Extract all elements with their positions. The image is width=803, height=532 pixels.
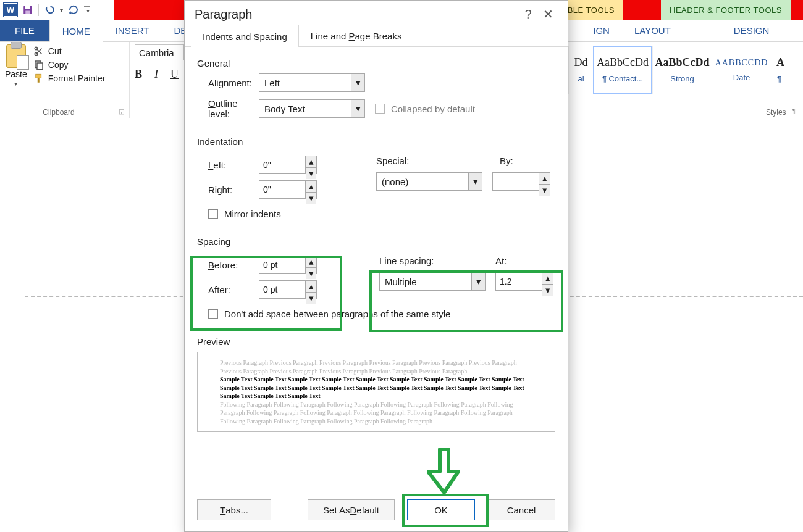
svg-rect-6 xyxy=(37,63,43,70)
style-preview: A xyxy=(776,56,784,69)
copy-button[interactable]: Copy xyxy=(33,58,106,72)
ok-button[interactable]: OK xyxy=(407,499,475,520)
svg-rect-2 xyxy=(25,11,30,14)
spin-down-icon[interactable]: ▾ xyxy=(539,185,550,196)
by-spinner[interactable]: ▴▾ xyxy=(492,172,550,191)
preview-box: Previous Paragraph Previous Paragraph Pr… xyxy=(197,352,555,432)
preview-following-text: Following Paragraph Following Paragraph … xyxy=(220,401,532,426)
style-card-cut2[interactable]: A ¶ xyxy=(771,46,789,94)
style-card-strong[interactable]: AaBbCcDd Strong xyxy=(652,46,712,94)
tab-layout[interactable]: LAYOUT xyxy=(622,20,683,41)
special-combo[interactable]: (none) ▾ xyxy=(376,172,482,191)
paste-icon xyxy=(6,44,26,68)
qat-customize-icon[interactable]: ▾ xyxy=(84,6,90,14)
alignment-value: Left xyxy=(259,78,351,88)
outline-level-combo[interactable]: Body Text ▾ xyxy=(259,99,365,118)
tab-insert[interactable]: INSERT xyxy=(103,20,162,41)
at-value: 1.2 xyxy=(496,273,542,290)
checkbox-icon xyxy=(208,209,218,219)
spin-up-icon[interactable]: ▴ xyxy=(306,256,316,268)
mirror-indents-checkbox[interactable]: Mirror indents xyxy=(197,209,555,219)
font-name-combo[interactable]: Cambria xyxy=(135,44,184,60)
spin-up-icon[interactable]: ▴ xyxy=(539,173,550,185)
spin-up-icon[interactable]: ▴ xyxy=(542,273,553,285)
redo-icon[interactable] xyxy=(67,3,80,17)
indent-left-spinner[interactable]: 0" ▴▾ xyxy=(259,156,317,174)
style-pil-icon: ¶ xyxy=(777,74,784,83)
style-name: al xyxy=(578,74,584,83)
save-icon[interactable] xyxy=(21,3,35,17)
spacing-after-spinner[interactable]: 0 pt ▴▾ xyxy=(259,280,317,299)
chevron-down-icon[interactable]: ▾ xyxy=(351,74,364,91)
spacing-before-label: Before: xyxy=(197,260,259,270)
spin-down-icon[interactable]: ▾ xyxy=(306,168,316,179)
tab-sign-cut[interactable]: IGN xyxy=(589,20,622,41)
chevron-down-icon[interactable]: ▾ xyxy=(468,173,482,190)
format-painter-button[interactable]: Format Painter xyxy=(33,72,106,85)
chevron-down-icon[interactable]: ▾ xyxy=(351,100,364,117)
tab-line-page-breaks[interactable]: Line and Page Breaks xyxy=(299,24,414,46)
indent-right-spinner[interactable]: 0" ▴▾ xyxy=(259,180,317,199)
tab-header-footer-design[interactable]: DESIGN xyxy=(683,20,782,41)
by-label: By: xyxy=(500,156,555,166)
style-name: ¶ Contact... xyxy=(602,74,643,83)
italic-button[interactable]: I xyxy=(154,68,158,81)
spacing-before-spinner[interactable]: 0 pt ▴▾ xyxy=(259,256,317,274)
paragraph-dialog: Paragraph ? ✕ Indents and Spacing Line a… xyxy=(184,0,568,532)
special-label: Special: xyxy=(376,156,433,166)
svg-rect-7 xyxy=(36,74,41,78)
spin-down-icon[interactable]: ▾ xyxy=(306,193,316,204)
spacing-after-label: After: xyxy=(197,285,259,295)
paste-dropdown-icon[interactable]: ▾ xyxy=(14,80,17,87)
font-name-value: Cambria xyxy=(139,48,174,58)
chevron-down-icon[interactable]: ▾ xyxy=(471,273,485,290)
underline-button[interactable]: U xyxy=(170,68,179,81)
indent-left-value: 0" xyxy=(259,156,305,173)
spin-up-icon[interactable]: ▴ xyxy=(306,181,316,193)
line-spacing-combo[interactable]: Multiple ▾ xyxy=(379,272,486,291)
line-spacing-value: Multiple xyxy=(380,276,471,287)
bold-button[interactable]: B xyxy=(135,68,142,81)
indent-right-value: 0" xyxy=(259,181,305,198)
spin-down-icon[interactable]: ▾ xyxy=(306,293,316,304)
section-spacing: Spacing xyxy=(197,236,555,247)
dont-add-space-checkbox[interactable]: Don't add space between paragraphs of th… xyxy=(197,309,555,319)
clipboard-dialog-launcher-icon[interactable]: ◲ xyxy=(112,108,124,115)
styles-group-label: Styles xyxy=(766,108,786,117)
undo-icon[interactable] xyxy=(43,3,56,17)
paste-button[interactable]: Paste ▾ xyxy=(5,44,27,87)
style-preview: AaBbCcDd xyxy=(597,56,649,69)
cancel-button[interactable]: Cancel xyxy=(487,499,555,520)
tab-file[interactable]: FILE xyxy=(0,20,49,41)
style-card-date[interactable]: AABBCCDD Date xyxy=(712,46,771,94)
at-label: At: xyxy=(495,256,551,266)
tab-home[interactable]: HOME xyxy=(49,20,103,42)
close-icon[interactable]: ✕ xyxy=(538,7,558,22)
cut-button[interactable]: Cut xyxy=(33,44,106,58)
dialog-title: Paragraph xyxy=(195,7,252,22)
spin-down-icon[interactable]: ▾ xyxy=(542,285,553,296)
spin-up-icon[interactable]: ▴ xyxy=(306,281,316,293)
checkbox-icon xyxy=(208,309,218,319)
preview-previous-text: Previous Paragraph Previous Paragraph Pr… xyxy=(220,359,532,375)
spacing-after-value: 0 pt xyxy=(259,281,305,298)
by-value xyxy=(493,173,539,190)
help-icon[interactable]: ? xyxy=(518,7,538,22)
undo-dropdown-icon[interactable]: ▾ xyxy=(60,7,63,14)
section-preview: Preview xyxy=(197,336,555,347)
spacing-before-value: 0 pt xyxy=(259,256,305,273)
tabs-button[interactable]: Tabs... xyxy=(197,499,271,520)
alignment-combo[interactable]: Left ▾ xyxy=(259,73,365,92)
spin-up-icon[interactable]: ▴ xyxy=(306,156,316,168)
style-card-contact[interactable]: AaBbCcDd ¶ Contact... xyxy=(593,46,652,94)
format-painter-label: Format Painter xyxy=(48,73,106,83)
spin-down-icon[interactable]: ▾ xyxy=(306,268,316,279)
outline-level-label: Outline level: xyxy=(197,98,259,119)
tab-indents-spacing[interactable]: Indents and Spacing xyxy=(191,25,299,47)
section-general: General xyxy=(197,58,555,69)
style-card-cut[interactable]: Dd al xyxy=(568,46,593,94)
at-spinner[interactable]: 1.2 ▴▾ xyxy=(495,272,553,291)
styles-dialog-launcher-icon[interactable]: ¶ xyxy=(786,108,798,115)
set-as-default-button[interactable]: Set As Default xyxy=(308,499,395,520)
style-preview: AABBCCDD xyxy=(715,58,768,68)
